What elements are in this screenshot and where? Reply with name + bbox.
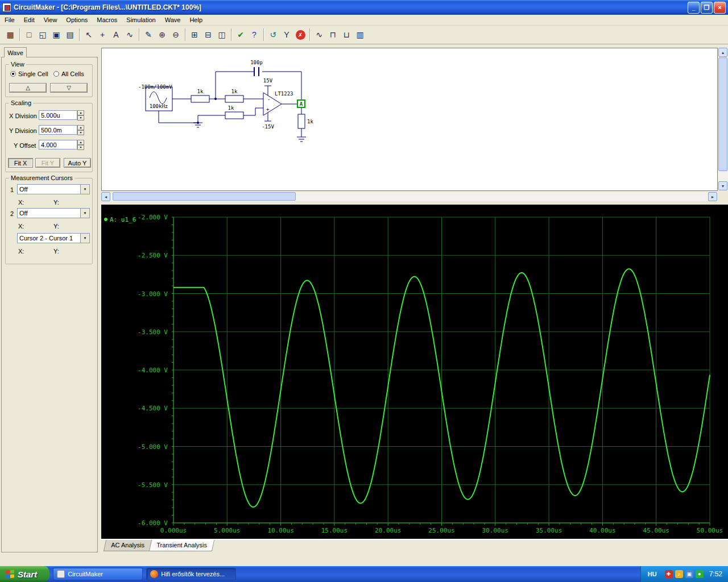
save-icon[interactable]: ▣ (49, 28, 63, 41)
spin-down-icon[interactable]: ▼ (77, 145, 84, 150)
cursor2-x-label: X: (18, 223, 24, 230)
spin-up-icon[interactable]: ▲ (77, 110, 84, 115)
menu-file[interactable]: File (0, 15, 19, 24)
task-browser-icon (150, 570, 158, 578)
radio-all-cells[interactable]: All Cells (53, 70, 84, 77)
fit-page-icon[interactable]: ⊟ (201, 28, 215, 41)
scope-display-icon[interactable]: ▥ (353, 28, 367, 41)
windows-flag-icon (6, 569, 15, 578)
auto-y-button[interactable]: Auto Y (64, 158, 91, 168)
trace-legend-label: A: u1_6 (110, 216, 136, 223)
split-view-icon[interactable]: ◫ (215, 28, 229, 41)
schematic-canvas[interactable]: A -100m/100mV 100kHz 1k 1k 1k 100p LT122… (101, 48, 718, 191)
schematic-hscrollbar[interactable]: ◄ ► (101, 192, 718, 201)
window-title: CircuitMaker - [C:\Program Files\...\UNT… (14, 3, 686, 11)
menu-edit[interactable]: Edit (19, 15, 39, 24)
tab-ac-analysis[interactable]: AC Analysis (104, 540, 152, 551)
digital-display-icon[interactable]: ⊓ (326, 28, 340, 41)
tab-transient-analysis[interactable]: Transient Analysis (149, 540, 214, 551)
security-icon[interactable]: ✚ (665, 570, 673, 578)
y-division-spinner[interactable]: ▲ ▼ (77, 125, 84, 135)
menu-bar: File Edit View Options Macros Simulation… (0, 15, 728, 26)
y-offset-input[interactable] (39, 140, 77, 149)
start-button[interactable]: Start (0, 566, 49, 582)
spin-up-icon[interactable]: ▲ (77, 125, 84, 130)
resistor-r2[interactable] (225, 95, 243, 102)
new-file-icon[interactable]: □ (22, 28, 36, 41)
menu-view[interactable]: View (39, 15, 62, 24)
plot-tick-labels: 0.000us5.000us10.00us15.00us20.00us25.00… (138, 214, 723, 534)
fit-x-button[interactable]: Fit X (8, 158, 33, 168)
probe-label: A (300, 101, 303, 107)
menu-macros[interactable]: Macros (92, 15, 122, 24)
radio-single-cell[interactable]: Single Cell (10, 70, 48, 77)
open-folder-icon[interactable]: ◱ (36, 28, 49, 41)
fit-y-button[interactable]: Fit Y (35, 158, 60, 168)
print-icon[interactable]: ▤ (63, 28, 77, 41)
help-icon[interactable]: ? (247, 28, 261, 41)
wire-tool-icon[interactable]: ∿ (123, 28, 136, 41)
board-icon[interactable]: ▦ (3, 28, 17, 41)
tab-transient-analysis-label: Transient Analysis (156, 542, 207, 548)
messenger-icon[interactable]: ● (696, 570, 704, 578)
dropdown-icon[interactable]: ▼ (80, 234, 89, 243)
menu-help[interactable]: Help (185, 15, 207, 24)
run-simulation-icon[interactable]: ✔ (234, 28, 247, 41)
schematic-vscrollbar[interactable]: ▲ ▼ (718, 48, 728, 191)
y-division-input[interactable] (39, 125, 77, 135)
cursor1-value: Off (18, 185, 80, 194)
close-button[interactable]: × (714, 2, 726, 14)
cursor-diff-select[interactable]: Cursor 2 - Cursor 1 ▼ (17, 233, 90, 243)
arrow-cursor-icon[interactable]: ↖ (82, 28, 96, 41)
find-part-icon[interactable]: ⊞ (188, 28, 201, 41)
x-division-spinner[interactable]: ▲ ▼ (77, 110, 84, 120)
scroll-down-icon[interactable]: ▼ (718, 181, 727, 190)
cap-label: 100p (250, 60, 263, 65)
hscroll-thumb[interactable] (113, 192, 296, 201)
stop-simulation-icon[interactable]: ✗ (293, 28, 307, 41)
resistor-r3[interactable] (225, 112, 243, 119)
cell-up-button[interactable]: △ (9, 83, 47, 93)
capacitor-c1[interactable] (254, 67, 259, 76)
y-offset-spinner[interactable]: ▲ ▼ (77, 140, 84, 149)
network-icon[interactable]: ▣ (685, 570, 693, 578)
zoom-in-icon[interactable]: ⊕ (155, 28, 169, 41)
language-indicator[interactable]: HU (648, 571, 657, 577)
probe-tool-icon[interactable]: ✎ (142, 28, 155, 41)
scroll-right-icon[interactable]: ► (708, 192, 717, 201)
waveform-panel[interactable]: 0.000us5.000us10.00us15.00us20.00us25.00… (101, 205, 728, 539)
menu-simulation[interactable]: Simulation (122, 15, 160, 24)
vminus-label: -15V (262, 124, 274, 130)
text-tool-icon[interactable]: A (109, 28, 123, 41)
dropdown-icon[interactable]: ▼ (80, 185, 89, 194)
tab-wave[interactable]: Wave (4, 47, 27, 57)
spin-up-icon[interactable]: ▲ (77, 140, 84, 145)
add-part-icon[interactable]: + (96, 28, 109, 41)
x-division-input[interactable] (39, 110, 77, 120)
dropdown-icon[interactable]: ▼ (80, 209, 89, 218)
cell-down-button[interactable]: ▽ (50, 83, 88, 93)
toolbar-separator (185, 28, 185, 41)
cursor1-select[interactable]: Off ▼ (17, 184, 90, 194)
task-browser[interactable]: Hifi erősítők tervezés... (146, 568, 236, 580)
analog-display-icon[interactable]: ∿ (312, 28, 326, 41)
y-probe-icon[interactable]: Y (280, 28, 293, 41)
scroll-up-icon[interactable]: ▲ (718, 48, 727, 57)
scroll-left-icon[interactable]: ◄ (101, 192, 110, 201)
zoom-out-icon[interactable]: ⊖ (169, 28, 183, 41)
spin-down-icon[interactable]: ▼ (77, 130, 84, 135)
resistor-r1[interactable] (191, 95, 209, 102)
menu-options[interactable]: Options (61, 15, 92, 24)
restore-button[interactable]: ❐ (701, 2, 713, 14)
reset-icon[interactable]: ↺ (266, 28, 280, 41)
mixed-display-icon[interactable]: ⊔ (340, 28, 353, 41)
volume-icon[interactable]: ♪ (675, 570, 683, 578)
cursor2-select[interactable]: Off ▼ (17, 208, 90, 218)
task-circuitmaker[interactable]: CircuitMaker (53, 568, 143, 580)
minimize-button[interactable]: _ (688, 2, 700, 14)
menu-wave[interactable]: Wave (160, 15, 185, 24)
vscroll-thumb[interactable] (718, 57, 727, 171)
resistor-load[interactable] (298, 114, 305, 128)
output-probe[interactable]: A (297, 100, 305, 107)
spin-down-icon[interactable]: ▼ (77, 115, 84, 120)
